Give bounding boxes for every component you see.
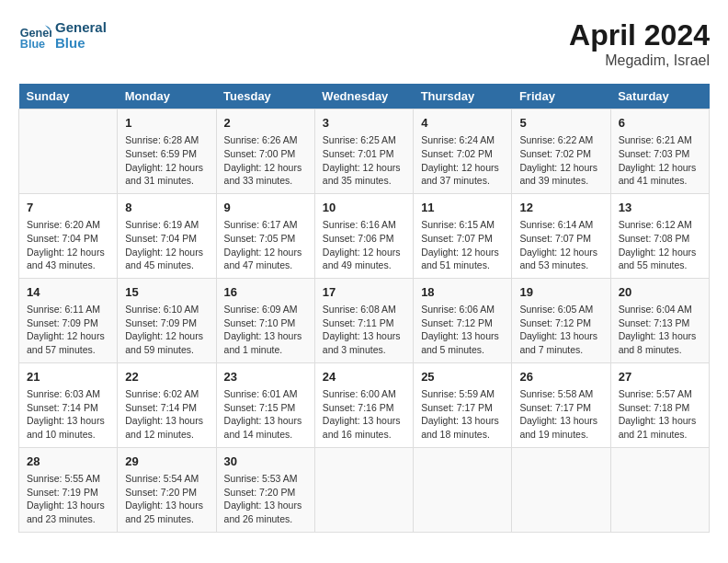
day-number: 29 — [125, 454, 208, 470]
calendar-cell: 14Sunrise: 6:11 AMSunset: 7:09 PMDayligh… — [19, 278, 118, 362]
day-number: 4 — [421, 115, 504, 132]
day-number: 14 — [27, 284, 109, 301]
day-number: 26 — [519, 369, 602, 385]
day-info: Sunrise: 6:14 AMSunset: 7:07 PMDaylight:… — [519, 218, 602, 272]
calendar-cell: 21Sunrise: 6:03 AMSunset: 7:14 PMDayligh… — [19, 362, 118, 447]
day-info: Sunrise: 5:54 AMSunset: 7:20 PMDaylight:… — [125, 472, 208, 526]
day-info: Sunrise: 5:59 AMSunset: 7:17 PMDaylight:… — [421, 387, 504, 442]
day-of-week-header: Sunday — [19, 84, 118, 109]
day-number: 24 — [323, 369, 405, 385]
day-of-week-header: Monday — [118, 84, 216, 109]
day-info: Sunrise: 6:22 AMSunset: 7:02 PMDaylight:… — [519, 133, 602, 188]
calendar-cell: 8Sunrise: 6:19 AMSunset: 7:04 PMDaylight… — [118, 193, 216, 278]
day-info: Sunrise: 6:04 AMSunset: 7:13 PMDaylight:… — [619, 303, 701, 357]
day-info: Sunrise: 6:10 AMSunset: 7:09 PMDaylight:… — [125, 303, 208, 357]
month-title: April 2024 — [569, 18, 710, 52]
location-title: Megadim, Israel — [569, 52, 710, 69]
day-info: Sunrise: 6:00 AMSunset: 7:16 PMDaylight:… — [323, 387, 405, 442]
calendar-cell — [314, 447, 413, 532]
calendar-cell: 18Sunrise: 6:06 AMSunset: 7:12 PMDayligh… — [414, 278, 512, 362]
day-of-week-header: Friday — [512, 84, 610, 109]
day-number: 3 — [323, 115, 405, 132]
calendar-cell: 24Sunrise: 6:00 AMSunset: 7:16 PMDayligh… — [314, 362, 413, 447]
calendar-cell: 1Sunrise: 6:28 AMSunset: 6:59 PMDaylight… — [118, 109, 216, 194]
day-number: 12 — [519, 200, 602, 216]
calendar-week-row: 21Sunrise: 6:03 AMSunset: 7:14 PMDayligh… — [19, 362, 710, 447]
calendar-cell — [512, 447, 610, 532]
calendar-cell: 9Sunrise: 6:17 AMSunset: 7:05 PMDaylight… — [216, 193, 314, 278]
calendar-cell: 16Sunrise: 6:09 AMSunset: 7:10 PMDayligh… — [216, 278, 314, 362]
day-info: Sunrise: 6:16 AMSunset: 7:06 PMDaylight:… — [323, 218, 405, 272]
calendar-cell: 20Sunrise: 6:04 AMSunset: 7:13 PMDayligh… — [610, 278, 709, 362]
day-info: Sunrise: 6:12 AMSunset: 7:08 PMDaylight:… — [619, 218, 701, 272]
logo: General Blue General Blue — [18, 18, 107, 52]
calendar-table: SundayMondayTuesdayWednesdayThursdayFrid… — [18, 84, 710, 533]
calendar-cell: 10Sunrise: 6:16 AMSunset: 7:06 PMDayligh… — [314, 193, 413, 278]
day-info: Sunrise: 5:58 AMSunset: 7:17 PMDaylight:… — [519, 387, 602, 442]
day-info: Sunrise: 6:28 AMSunset: 6:59 PMDaylight:… — [125, 133, 208, 188]
calendar-cell: 25Sunrise: 5:59 AMSunset: 7:17 PMDayligh… — [414, 362, 512, 447]
day-number: 18 — [421, 284, 504, 301]
calendar-cell: 22Sunrise: 6:02 AMSunset: 7:14 PMDayligh… — [118, 362, 216, 447]
day-info: Sunrise: 6:20 AMSunset: 7:04 PMDaylight:… — [27, 218, 109, 272]
calendar-cell: 17Sunrise: 6:08 AMSunset: 7:11 PMDayligh… — [314, 278, 413, 362]
day-number: 22 — [125, 369, 208, 385]
day-info: Sunrise: 6:26 AMSunset: 7:00 PMDaylight:… — [224, 133, 307, 188]
calendar-cell: 11Sunrise: 6:15 AMSunset: 7:07 PMDayligh… — [414, 193, 512, 278]
calendar-cell — [19, 109, 118, 194]
day-info: Sunrise: 6:09 AMSunset: 7:10 PMDaylight:… — [224, 303, 307, 357]
day-of-week-header: Thursday — [414, 84, 512, 109]
day-number: 27 — [619, 369, 701, 385]
day-number: 10 — [323, 200, 405, 216]
calendar-week-row: 7Sunrise: 6:20 AMSunset: 7:04 PMDaylight… — [19, 193, 710, 278]
calendar-cell: 5Sunrise: 6:22 AMSunset: 7:02 PMDaylight… — [512, 109, 610, 194]
day-number: 25 — [421, 369, 504, 385]
calendar-cell: 26Sunrise: 5:58 AMSunset: 7:17 PMDayligh… — [512, 362, 610, 447]
day-info: Sunrise: 6:19 AMSunset: 7:04 PMDaylight:… — [125, 218, 208, 272]
day-number: 2 — [224, 115, 307, 132]
calendar-cell — [414, 447, 512, 532]
calendar-week-row: 14Sunrise: 6:11 AMSunset: 7:09 PMDayligh… — [19, 278, 710, 362]
day-info: Sunrise: 5:53 AMSunset: 7:20 PMDaylight:… — [224, 472, 307, 526]
day-info: Sunrise: 6:03 AMSunset: 7:14 PMDaylight:… — [27, 387, 109, 442]
day-info: Sunrise: 6:15 AMSunset: 7:07 PMDaylight:… — [421, 218, 504, 272]
logo-icon: General Blue — [18, 18, 51, 52]
day-info: Sunrise: 6:24 AMSunset: 7:02 PMDaylight:… — [421, 133, 504, 188]
day-of-week-header: Wednesday — [314, 84, 413, 109]
day-info: Sunrise: 6:25 AMSunset: 7:01 PMDaylight:… — [323, 133, 405, 188]
day-number: 5 — [519, 115, 602, 132]
day-of-week-header: Tuesday — [216, 84, 314, 109]
calendar-cell: 4Sunrise: 6:24 AMSunset: 7:02 PMDaylight… — [414, 109, 512, 194]
calendar-title-block: April 2024 Megadim, Israel — [569, 18, 710, 69]
calendar-cell: 7Sunrise: 6:20 AMSunset: 7:04 PMDaylight… — [19, 193, 118, 278]
calendar-header-row: SundayMondayTuesdayWednesdayThursdayFrid… — [19, 84, 710, 109]
logo-text-general: General — [55, 19, 107, 35]
day-info: Sunrise: 5:55 AMSunset: 7:19 PMDaylight:… — [27, 472, 109, 526]
day-number: 16 — [224, 284, 307, 301]
day-number: 11 — [421, 200, 504, 216]
day-number: 9 — [224, 200, 307, 216]
calendar-cell: 27Sunrise: 5:57 AMSunset: 7:18 PMDayligh… — [610, 362, 709, 447]
day-number: 23 — [224, 369, 307, 385]
day-info: Sunrise: 6:02 AMSunset: 7:14 PMDaylight:… — [125, 387, 208, 442]
day-info: Sunrise: 6:11 AMSunset: 7:09 PMDaylight:… — [27, 303, 109, 357]
day-number: 8 — [125, 200, 208, 216]
day-info: Sunrise: 6:01 AMSunset: 7:15 PMDaylight:… — [224, 387, 307, 442]
calendar-cell: 6Sunrise: 6:21 AMSunset: 7:03 PMDaylight… — [610, 109, 709, 194]
calendar-cell: 3Sunrise: 6:25 AMSunset: 7:01 PMDaylight… — [314, 109, 413, 194]
day-info: Sunrise: 6:21 AMSunset: 7:03 PMDaylight:… — [619, 133, 701, 188]
calendar-cell: 15Sunrise: 6:10 AMSunset: 7:09 PMDayligh… — [118, 278, 216, 362]
calendar-cell: 19Sunrise: 6:05 AMSunset: 7:12 PMDayligh… — [512, 278, 610, 362]
day-number: 30 — [224, 454, 307, 470]
calendar-body: 1Sunrise: 6:28 AMSunset: 6:59 PMDaylight… — [19, 109, 710, 533]
day-number: 13 — [619, 200, 701, 216]
day-number: 20 — [619, 284, 701, 301]
calendar-cell: 12Sunrise: 6:14 AMSunset: 7:07 PMDayligh… — [512, 193, 610, 278]
day-number: 6 — [619, 115, 701, 132]
day-info: Sunrise: 5:57 AMSunset: 7:18 PMDaylight:… — [619, 387, 701, 442]
page-header: General Blue General Blue April 2024 Meg… — [18, 18, 710, 69]
day-number: 17 — [323, 284, 405, 301]
day-of-week-header: Saturday — [610, 84, 709, 109]
calendar-cell: 28Sunrise: 5:55 AMSunset: 7:19 PMDayligh… — [19, 447, 118, 532]
day-info: Sunrise: 6:08 AMSunset: 7:11 PMDaylight:… — [323, 303, 405, 357]
